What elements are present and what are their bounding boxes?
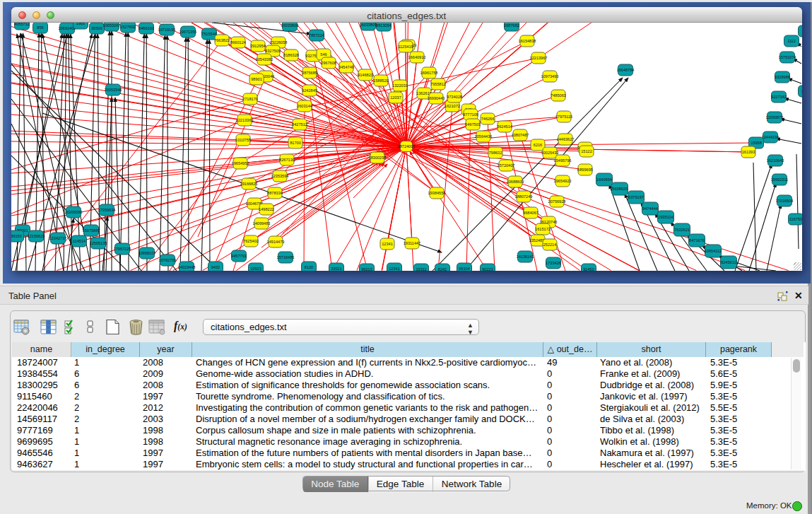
svg-text:19384554: 19384554 [428, 191, 446, 195]
svg-text:10719155: 10719155 [158, 28, 176, 32]
svg-text:10653267: 10653267 [103, 23, 121, 28]
svg-text:10654112: 10654112 [705, 249, 722, 253]
svg-text:14914479: 14914479 [267, 240, 285, 244]
svg-text:252214: 252214 [543, 243, 557, 247]
svg-text:12341: 12341 [382, 242, 393, 246]
svg-text:7485063: 7485063 [551, 93, 566, 98]
svg-text:3912954: 3912954 [250, 44, 266, 48]
svg-text:7515546: 7515546 [201, 32, 217, 36]
svg-text:19654952: 19654952 [232, 161, 249, 165]
svg-text:855: 855 [37, 25, 43, 30]
svg-text:90223: 90223 [482, 267, 493, 270]
svg-text:12444194: 12444194 [762, 135, 779, 139]
svg-text:8471676: 8471676 [689, 238, 705, 243]
svg-text:10807487: 10807487 [512, 133, 529, 137]
svg-text:10923: 10923 [250, 267, 261, 270]
svg-text:14136141: 14136141 [517, 255, 534, 259]
svg-text:16033809: 16033809 [360, 23, 377, 27]
svg-text:2687682: 2687682 [504, 23, 519, 28]
svg-text:98901: 98901 [251, 77, 262, 81]
svg-text:8120: 8120 [305, 265, 313, 269]
svg-text:14099483: 14099483 [253, 221, 271, 226]
svg-text:7955812: 7955812 [430, 82, 446, 86]
svg-text:8427512: 8427512 [292, 122, 307, 127]
svg-text:9227342: 9227342 [771, 95, 787, 99]
svg-text:18807249: 18807249 [515, 194, 533, 199]
svg-text:3875685: 3875685 [302, 71, 317, 75]
svg-text:16961758: 16961758 [420, 71, 438, 75]
svg-text:1905: 1905 [76, 23, 85, 25]
svg-text:18300295: 18300295 [369, 156, 387, 160]
svg-text:20756928: 20756928 [548, 199, 566, 204]
svg-text:9734028: 9734028 [447, 95, 462, 99]
svg-text:16033809: 16033809 [281, 23, 299, 28]
svg-text:14463627: 14463627 [557, 137, 575, 141]
svg-text:15751074: 15751074 [779, 55, 796, 59]
svg-text:30500: 30500 [91, 26, 102, 30]
svg-text:1615172: 1615172 [535, 227, 551, 231]
svg-text:114514: 114514 [73, 239, 86, 243]
svg-text:19166825: 19166825 [240, 182, 258, 186]
svg-text:15958: 15958 [751, 141, 762, 145]
svg-text:39153: 39153 [11, 234, 22, 238]
svg-text:4055712: 4055712 [14, 23, 30, 26]
svg-text:8813054: 8813054 [376, 23, 392, 28]
svg-text:9242845: 9242845 [302, 88, 317, 93]
svg-text:10958107: 10958107 [139, 251, 156, 255]
svg-text:9684067: 9684067 [523, 211, 539, 215]
svg-text:99213: 99213 [361, 267, 372, 270]
svg-text:66104: 66104 [459, 267, 470, 270]
svg-text:1733426: 1733426 [546, 261, 561, 265]
svg-text:92450: 92450 [583, 267, 594, 270]
svg-text:1588520: 1588520 [373, 78, 389, 83]
svg-text:12093873: 12093873 [766, 115, 784, 119]
svg-text:15495796: 15495796 [554, 158, 572, 163]
svg-text:3454749: 3454749 [339, 65, 354, 69]
svg-text:9457791: 9457791 [231, 254, 247, 258]
svg-text:8267130: 8267130 [279, 158, 295, 162]
svg-text:8186328: 8186328 [283, 53, 299, 57]
svg-text:9329986: 9329986 [775, 75, 790, 79]
svg-text:1527602: 1527602 [120, 25, 136, 29]
svg-text:12037: 12037 [390, 95, 401, 100]
svg-text:10782759: 10782759 [159, 258, 177, 262]
svg-text:1010755: 1010755 [235, 138, 251, 142]
svg-text:8242: 8242 [438, 267, 447, 270]
svg-text:161393: 161393 [742, 150, 755, 154]
svg-text:20206586: 20206586 [65, 210, 83, 214]
svg-text:9474444: 9474444 [642, 206, 658, 211]
svg-text:6899695: 6899695 [577, 168, 593, 172]
svg-text:16210643: 16210643 [767, 158, 784, 163]
svg-text:81700: 81700 [290, 141, 301, 145]
svg-text:12505135: 12505135 [90, 241, 107, 245]
svg-text:746266: 746266 [481, 117, 495, 121]
svg-text:8660124: 8660124 [230, 40, 246, 45]
svg-text:15720407: 15720407 [498, 163, 515, 168]
svg-text:9146821: 9146821 [358, 73, 373, 77]
svg-text:19654923: 19654923 [554, 179, 572, 183]
svg-text:6497503: 6497503 [465, 122, 481, 127]
svg-text:23226058: 23226058 [270, 40, 288, 45]
svg-text:2718170: 2718170 [242, 97, 258, 101]
svg-text:12341: 12341 [389, 267, 400, 270]
svg-text:14023448: 14023448 [178, 265, 196, 269]
svg-text:10543382: 10543382 [256, 57, 273, 62]
svg-text:17016504: 17016504 [776, 199, 794, 203]
svg-text:16640910: 16640910 [408, 55, 426, 59]
svg-text:1621072: 1621072 [445, 104, 460, 108]
svg-text:8878334: 8878334 [267, 191, 283, 195]
svg-text:12213369: 12213369 [236, 118, 254, 122]
svg-text:2935114: 2935114 [658, 215, 673, 219]
svg-text:7663822: 7663822 [214, 38, 230, 42]
svg-text:5938925: 5938925 [612, 187, 628, 191]
svg-text:1640954: 1640954 [596, 177, 612, 182]
svg-text:16990443: 16990443 [428, 96, 445, 100]
svg-text:17359934: 17359934 [98, 208, 116, 212]
svg-text:16648784: 16648784 [617, 68, 635, 72]
svg-text:1125419: 1125419 [398, 45, 413, 49]
svg-text:18724007: 18724007 [398, 144, 416, 148]
svg-text:9327509: 9327509 [265, 49, 281, 53]
svg-text:15122: 15122 [581, 149, 592, 153]
svg-text:20053346: 20053346 [105, 88, 122, 92]
svg-text:9245612: 9245612 [721, 260, 736, 264]
